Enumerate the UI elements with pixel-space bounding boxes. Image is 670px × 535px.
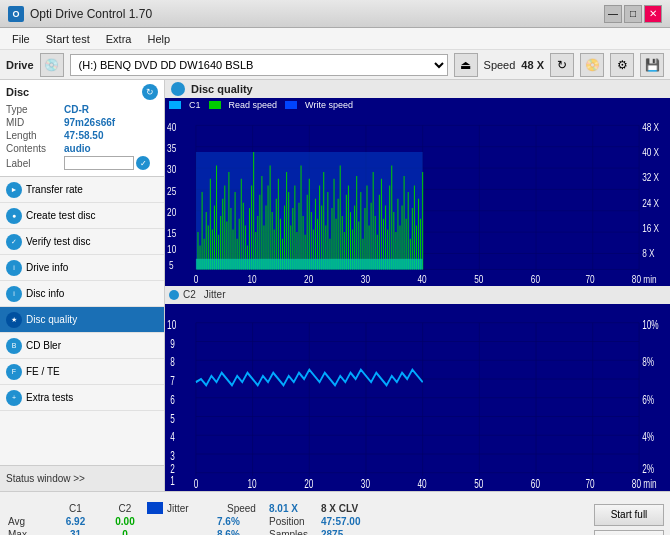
- avg-jitter: 7.6%: [217, 516, 267, 527]
- avg-c1: 6.92: [48, 516, 103, 527]
- speed-value: 8.01 X: [269, 503, 319, 514]
- svg-text:70: 70: [585, 476, 594, 490]
- disc-refresh-icon[interactable]: ↻: [142, 84, 158, 100]
- extra-tests-icon: +: [6, 390, 22, 406]
- stats-c2-header: C2: [105, 503, 145, 514]
- svg-text:40 X: 40 X: [642, 146, 659, 158]
- svg-text:10: 10: [247, 273, 256, 285]
- max-label: Max: [8, 529, 46, 535]
- max-jitter: 8.6%: [217, 529, 267, 535]
- sidebar-item-disc-quality[interactable]: ★ Disc quality: [0, 307, 164, 333]
- chart-icon: [171, 82, 185, 96]
- svg-text:20: 20: [167, 206, 176, 218]
- svg-text:30: 30: [361, 476, 370, 490]
- avg-label: Avg: [8, 516, 46, 527]
- start-full-button[interactable]: Start full: [594, 504, 664, 526]
- disc-length-value: 47:58.50: [64, 130, 103, 141]
- svg-text:9: 9: [170, 335, 175, 349]
- sidebar-item-transfer-rate[interactable]: ► Transfer rate: [0, 177, 164, 203]
- drive-label: Drive: [6, 59, 34, 71]
- menu-help[interactable]: Help: [139, 31, 178, 47]
- svg-text:30: 30: [167, 163, 176, 175]
- svg-text:32 X: 32 X: [642, 171, 659, 183]
- window-controls[interactable]: — □ ✕: [604, 5, 662, 23]
- sidebar-item-drive-info[interactable]: i Drive info: [0, 255, 164, 281]
- svg-text:20: 20: [304, 273, 313, 285]
- jitter-icon: [169, 290, 179, 300]
- svg-text:8: 8: [170, 354, 175, 368]
- sidebar-item-create-test-disc[interactable]: ● Create test disc: [0, 203, 164, 229]
- sidebar-item-label-extra-tests: Extra tests: [26, 392, 73, 403]
- app-title: Opti Drive Control 1.70: [30, 7, 152, 21]
- verify-test-disc-icon: ✓: [6, 234, 22, 250]
- sidebar-item-cd-bler[interactable]: B CD Bler: [0, 333, 164, 359]
- settings-button[interactable]: ⚙: [610, 53, 634, 77]
- drive-info-icon: i: [6, 260, 22, 276]
- read-speed-legend-color: [209, 101, 221, 109]
- stats-c1-header: C1: [48, 503, 103, 514]
- drive-icon-button[interactable]: 💿: [40, 53, 64, 77]
- sidebar-item-extra-tests[interactable]: + Extra tests: [0, 385, 164, 411]
- top-chart-svg-wrapper: 40 35 30 25 20 15 10 5 48 X 40 X 32 X 24…: [165, 112, 670, 286]
- svg-rect-129: [196, 259, 423, 270]
- chart-header: Disc quality: [165, 80, 670, 98]
- svg-text:30: 30: [361, 273, 370, 285]
- sidebar-item-fe-te[interactable]: F FE / TE: [0, 359, 164, 385]
- svg-text:40: 40: [167, 121, 176, 133]
- sidebar-item-label-disc-quality: Disc quality: [26, 314, 77, 325]
- max-c1: 31: [48, 529, 103, 535]
- menu-start-test[interactable]: Start test: [38, 31, 98, 47]
- samples-label: Samples: [269, 529, 319, 535]
- sidebar-item-verify-test-disc[interactable]: ✓ Verify test disc: [0, 229, 164, 255]
- drive-bar: Drive 💿 (H:) BENQ DVD DD DW1640 BSLB ⏏ S…: [0, 50, 670, 80]
- svg-text:16 X: 16 X: [642, 222, 659, 234]
- disc-label-input[interactable]: [64, 156, 134, 170]
- speed-value: 48 X: [521, 59, 544, 71]
- svg-text:15: 15: [167, 227, 176, 239]
- stats-header-row: C1 C2 Jitter Speed 8.01 X 8 X CLV: [8, 502, 381, 514]
- sidebar-item-disc-info[interactable]: i Disc info: [0, 281, 164, 307]
- transfer-rate-icon: ►: [6, 182, 22, 198]
- start-part-button[interactable]: Start part: [594, 530, 664, 536]
- position-label: Position: [269, 516, 319, 527]
- maximize-button[interactable]: □: [624, 5, 642, 23]
- svg-text:5: 5: [169, 259, 174, 271]
- svg-text:0: 0: [194, 476, 199, 490]
- stats-max-row: Max 31 0 8.6% Samples 2875: [8, 529, 381, 535]
- disc-button[interactable]: 📀: [580, 53, 604, 77]
- sidebar: Disc ↻ Type CD-R MID 97m26s66f Length 47…: [0, 80, 165, 491]
- read-speed-legend-label: Read speed: [229, 100, 278, 110]
- status-window-button[interactable]: Status window >>: [0, 465, 164, 491]
- sidebar-item-label-verify-test-disc: Verify test disc: [26, 236, 90, 247]
- save-button[interactable]: 💾: [640, 53, 664, 77]
- cd-bler-icon: B: [6, 338, 22, 354]
- disc-length-row: Length 47:58.50: [6, 130, 158, 141]
- eject-button[interactable]: ⏏: [454, 53, 478, 77]
- disc-type-value: CD-R: [64, 104, 89, 115]
- menu-file[interactable]: File: [4, 31, 38, 47]
- svg-text:40: 40: [418, 273, 427, 285]
- svg-text:20: 20: [304, 476, 313, 490]
- drive-select[interactable]: (H:) BENQ DVD DD DW1640 BSLB: [70, 54, 448, 76]
- disc-quality-icon: ★: [6, 312, 22, 328]
- chart-area: Disc quality C1 Read speed Write speed: [165, 80, 670, 491]
- refresh-button[interactable]: ↻: [550, 53, 574, 77]
- label-confirm-icon[interactable]: ✓: [136, 156, 150, 170]
- disc-length-label: Length: [6, 130, 64, 141]
- status-window-label: Status window >>: [6, 473, 85, 484]
- jitter-checkbox[interactable]: [147, 502, 163, 514]
- minimize-button[interactable]: —: [604, 5, 622, 23]
- disc-type-row: Type CD-R: [6, 104, 158, 115]
- svg-text:50: 50: [474, 273, 483, 285]
- action-buttons: Start full Start part: [588, 492, 670, 535]
- stats-table: C1 C2 Jitter Speed 8.01 X 8 X CLV Avg 6.…: [0, 492, 389, 535]
- svg-text:80 min: 80 min: [632, 476, 657, 490]
- sidebar-item-label-cd-bler: CD Bler: [26, 340, 61, 351]
- svg-text:6%: 6%: [642, 392, 654, 406]
- bottom-chart-svg: 10 9 8 7 6 5 4 3 2 1 10% 8% 6% 4% 2% 0 1…: [165, 304, 670, 492]
- menu-extra[interactable]: Extra: [98, 31, 140, 47]
- disc-label-label: Label: [6, 158, 64, 169]
- close-button[interactable]: ✕: [644, 5, 662, 23]
- svg-text:35: 35: [167, 142, 176, 154]
- svg-text:25: 25: [167, 185, 176, 197]
